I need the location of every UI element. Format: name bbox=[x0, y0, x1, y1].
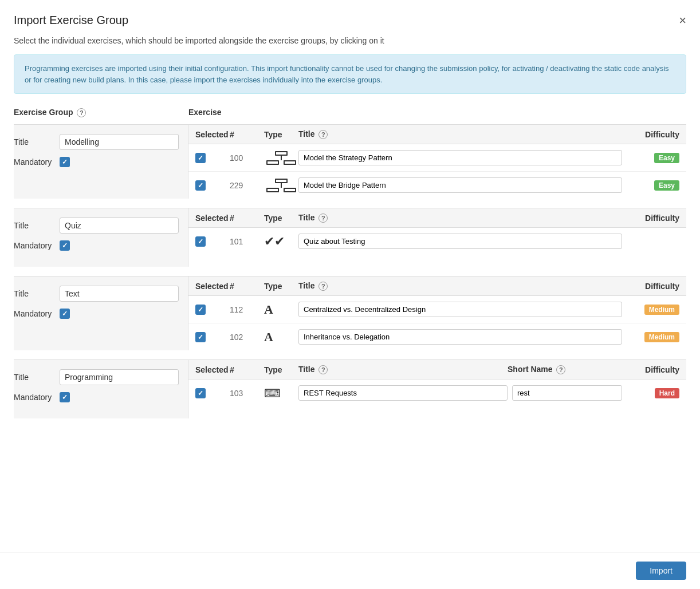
exercise-row-0-0: 100 Easy bbox=[188, 144, 686, 172]
ex-selected-2-1[interactable] bbox=[195, 332, 230, 342]
ex-difficulty-3-0: Hard bbox=[622, 388, 679, 398]
group-left-modelling: Title Mandatory bbox=[14, 125, 188, 199]
exercise-checkbox-3-0[interactable] bbox=[195, 388, 206, 398]
title-label: Title bbox=[14, 221, 60, 230]
info-box: Programming exercises are imported using… bbox=[14, 54, 686, 94]
group-section-modelling: Title Mandatory Selected # Type Title ? … bbox=[14, 124, 686, 199]
mandatory-checkbox-quiz[interactable] bbox=[60, 240, 70, 251]
shortname-help-icon[interactable]: ? bbox=[556, 365, 565, 374]
col-header-selected: Selected bbox=[195, 214, 230, 223]
mandatory-checkbox-text[interactable] bbox=[60, 309, 70, 319]
exercise-checkbox-2-0[interactable] bbox=[195, 305, 206, 315]
text-icon: A bbox=[264, 330, 273, 344]
ex-selected-0-1[interactable] bbox=[195, 180, 230, 191]
import-button[interactable]: Import bbox=[636, 562, 686, 580]
ex-shortname-3-0 bbox=[508, 385, 622, 401]
mandatory-label: Mandatory bbox=[14, 393, 60, 402]
keyboard-icon: ⌨ bbox=[264, 387, 281, 400]
dialog-title: Import Exercise Group bbox=[14, 14, 128, 27]
ex-type-0-1 bbox=[264, 179, 298, 192]
ex-num-0-0: 100 bbox=[230, 153, 264, 163]
difficulty-badge: Easy bbox=[654, 153, 679, 163]
exercise-group-help-icon[interactable]: ? bbox=[77, 108, 86, 117]
ex-num-2-0: 112 bbox=[230, 305, 264, 314]
ex-num-3-0: 103 bbox=[230, 389, 264, 398]
title-input-quiz[interactable] bbox=[60, 218, 179, 234]
dialog-subtitle: Select the individual exercises, which s… bbox=[14, 36, 686, 45]
title-input-programming[interactable] bbox=[60, 369, 179, 385]
col-header-shortname: Short Name ? bbox=[508, 365, 622, 374]
title-input-text[interactable] bbox=[60, 286, 179, 302]
mandatory-field-row: Mandatory bbox=[14, 392, 179, 402]
group-section-text: Title Mandatory Selected # Type Title ? … bbox=[14, 276, 686, 350]
title-field-row: Title bbox=[14, 369, 179, 385]
title-input-modelling[interactable] bbox=[60, 134, 179, 150]
mandatory-field-row: Mandatory bbox=[14, 157, 179, 167]
exercise-header-row: Selected # Type Title ? Short Name ? Dif… bbox=[188, 360, 686, 380]
ex-selected-2-0[interactable] bbox=[195, 305, 230, 315]
exercise-shortname-input-3-0[interactable] bbox=[512, 385, 622, 401]
ex-type-2-1: A bbox=[264, 330, 298, 345]
exercise-header-row: Selected # Type Title ? Difficulty bbox=[188, 208, 686, 228]
ex-title-2-0 bbox=[298, 302, 622, 317]
difficulty-badge: Hard bbox=[655, 388, 679, 398]
ex-title-2-1 bbox=[298, 329, 622, 345]
title-help-icon[interactable]: ? bbox=[318, 214, 328, 223]
exercise-title-input-2-1[interactable] bbox=[298, 329, 622, 345]
exercise-title-input-3-0[interactable] bbox=[298, 385, 508, 401]
exercise-title-input-0-0[interactable] bbox=[298, 150, 622, 165]
ex-type-2-0: A bbox=[264, 302, 298, 317]
ex-selected-0-0[interactable] bbox=[195, 153, 230, 163]
group-right-text: Selected # Type Title ? Difficulty 112 A… bbox=[188, 276, 686, 350]
exercise-title-input-2-0[interactable] bbox=[298, 302, 622, 317]
exercise-row-0-1: 229 Easy bbox=[188, 172, 686, 199]
title-help-icon[interactable]: ? bbox=[318, 130, 328, 139]
uml-icon bbox=[264, 179, 298, 192]
mandatory-label: Mandatory bbox=[14, 309, 60, 318]
group-left-text: Title Mandatory bbox=[14, 276, 188, 350]
col-header-type: Type bbox=[264, 365, 298, 374]
title-help-icon[interactable]: ? bbox=[318, 282, 328, 291]
ex-selected-3-0[interactable] bbox=[195, 388, 230, 398]
group-right-programming: Selected # Type Title ? Short Name ? Dif… bbox=[188, 360, 686, 418]
exercise-group-header: Exercise Group ? bbox=[14, 108, 188, 117]
col-header-difficulty: Difficulty bbox=[622, 365, 679, 374]
exercise-title-input-1-0[interactable] bbox=[298, 234, 622, 249]
exercise-row-1-0: 101 ✔✔ bbox=[188, 228, 686, 255]
ex-difficulty-2-1: Medium bbox=[622, 332, 679, 342]
groups-container: Title Mandatory Selected # Type Title ? … bbox=[14, 124, 686, 418]
exercise-checkbox-1-0[interactable] bbox=[195, 236, 206, 247]
exercise-row-2-1: 102 A Medium bbox=[188, 323, 686, 350]
title-field-row: Title bbox=[14, 286, 179, 302]
exercise-group-label: Exercise Group bbox=[14, 108, 73, 117]
exercise-title-input-0-1[interactable] bbox=[298, 177, 622, 193]
mandatory-label: Mandatory bbox=[14, 241, 60, 250]
col-header-title: Title ? bbox=[298, 213, 622, 223]
mandatory-checkbox-modelling[interactable] bbox=[60, 157, 70, 167]
section-headers: Exercise Group ? Exercise bbox=[14, 108, 686, 117]
exercise-header: Exercise bbox=[188, 108, 222, 117]
group-right-modelling: Selected # Type Title ? Difficulty 100 bbox=[188, 125, 686, 199]
mandatory-field-row: Mandatory bbox=[14, 309, 179, 319]
mandatory-field-row: Mandatory bbox=[14, 240, 179, 251]
ex-selected-1-0[interactable] bbox=[195, 236, 230, 247]
col-header-title: Title ? bbox=[298, 281, 622, 291]
ex-type-1-0: ✔✔ bbox=[264, 234, 298, 249]
ex-num-2-1: 102 bbox=[230, 333, 264, 342]
ex-num-1-0: 101 bbox=[230, 237, 264, 246]
exercise-checkbox-2-1[interactable] bbox=[195, 332, 206, 342]
import-dialog: Import Exercise Group × Select the indiv… bbox=[0, 0, 700, 589]
exercise-header-row: Selected # Type Title ? Difficulty bbox=[188, 125, 686, 144]
col-header-num: # bbox=[230, 365, 264, 374]
ex-type-0-0 bbox=[264, 151, 298, 165]
ex-title-3-0 bbox=[298, 385, 508, 401]
title-help-icon[interactable]: ? bbox=[318, 365, 328, 374]
ex-title-1-0 bbox=[298, 234, 622, 249]
exercise-checkbox-0-0[interactable] bbox=[195, 153, 206, 163]
exercise-checkbox-0-1[interactable] bbox=[195, 180, 206, 191]
mandatory-checkbox-programming[interactable] bbox=[60, 392, 70, 402]
col-header-difficulty: Difficulty bbox=[622, 130, 679, 139]
difficulty-badge: Medium bbox=[644, 305, 679, 315]
col-header-title: Title ? bbox=[298, 129, 622, 139]
close-button[interactable]: × bbox=[679, 14, 686, 27]
